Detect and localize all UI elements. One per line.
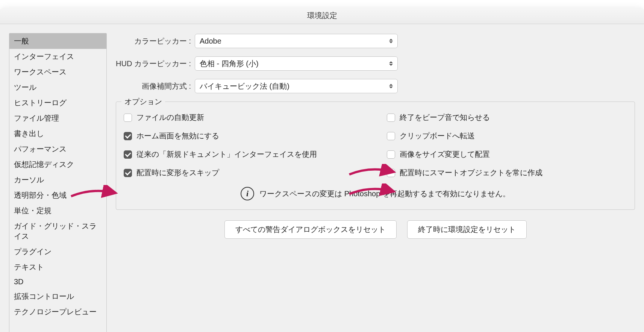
sidebar-item-scratch-disks[interactable]: 仮想記憶ディスク [9,157,106,172]
sidebar-item-guides-grid[interactable]: ガイド・グリッド・スライス [9,218,106,244]
hud-color-picker-row: HUD カラーピッカー : 色相 - 四角形 (小) [116,56,635,71]
sidebar-item-label: ツール [14,83,36,91]
hud-color-picker-label: HUD カラーピッカー : [116,59,195,69]
info-text: ワークスペースの変更は Photoshop を再起動するまで有効になりません。 [259,189,510,199]
checkbox-icon [124,132,132,140]
reset-prefs-on-quit-button[interactable]: 終了時に環境設定をリセット [407,220,527,239]
sidebar-item-export[interactable]: 書き出し [9,126,106,141]
checkbox-always-create-smart-object[interactable]: 配置時にスマートオブジェクトを常に作成 [387,168,627,178]
chevron-updown-icon [389,84,393,88]
checkbox-icon [387,132,395,140]
image-interpolation-label: 画像補間方式 : [116,81,195,91]
color-picker-row: カラーピッカー : Adobe [116,34,635,48]
select-value: Adobe [200,37,221,45]
sidebar-item-tools[interactable]: ツール [9,80,106,95]
sidebar-item-performance[interactable]: パフォーマンス [9,141,106,157]
chevron-updown-icon [389,39,393,43]
info-row: i ワークスペースの変更は Photoshop を再起動するまで有効になりません… [124,187,627,200]
sidebar-item-units-rulers[interactable]: 単位・定規 [9,203,106,218]
options-legend: オプション [121,97,165,107]
checkbox-label: 終了をビープ音で知らせる [400,112,490,123]
content-area: 一般 インターフェイス ワークスペース ツール ヒストリーログ ファイル管理 書… [0,24,644,332]
select-value: バイキュービック法 (自動) [200,81,289,91]
checkbox-resize-on-place[interactable]: 画像をサイズ変更して配置 [387,149,627,159]
options-fieldset: オプション ファイルの自動更新 ホーム画面を無効にする [116,102,635,210]
checkbox-icon [387,150,395,159]
image-interpolation-row: 画像補間方式 : バイキュービック法 (自動) [116,79,635,93]
sidebar-item-label: パフォーマンス [14,145,67,153]
select-value: 色相 - 四角形 (小) [200,59,259,69]
checkbox-disable-home-screen[interactable]: ホーム画面を無効にする [124,131,364,141]
window-title: 環境設定 [307,11,337,21]
sidebar-item-label: ヒストリーログ [14,99,67,107]
sidebar-item-tech-preview[interactable]: テクノロジープレビュー [9,304,106,320]
checkbox-icon [124,150,132,159]
chevron-updown-icon [389,61,393,66]
color-picker-label: カラーピッカー : [116,36,195,46]
checkbox-label: 配置時にスマートオブジェクトを常に作成 [400,168,542,178]
sidebar-item-label: 3D [14,277,24,286]
checkbox-export-clipboard[interactable]: クリップボードへ転送 [387,131,627,141]
sidebar-item-label: プラグイン [14,247,52,256]
buttons-row: すべての警告ダイアログボックスをリセット 終了時に環境設定をリセット [116,220,635,239]
sidebar-item-label: 単位・定規 [14,206,52,215]
checkbox-label: 従来の「新規ドキュメント」インターフェイスを使用 [136,149,317,159]
sidebar-item-label: 仮想記憶ディスク [14,160,74,168]
sidebar-item-history-log[interactable]: ヒストリーログ [9,95,106,111]
checkbox-label: 配置時に変形をスキップ [136,168,219,178]
sidebar-item-label: カーソル [14,176,44,184]
sidebar-item-enhanced-controls[interactable]: 拡張コントロール [9,289,106,304]
info-icon: i [241,187,254,200]
checkbox-icon [387,114,395,122]
checkbox-legacy-new-doc[interactable]: 従来の「新規ドキュメント」インターフェイスを使用 [124,149,364,159]
sidebar-item-label: ワークスペース [14,68,67,76]
sidebar-item-label: 一般 [14,37,29,45]
sidebar-item-label: 拡張コントロール [14,292,74,300]
sidebar-item-transparency[interactable]: 透明部分・色域 [9,188,106,203]
sidebar-item-plugins[interactable]: プラグイン [9,244,106,259]
preferences-window: 環境設定 一般 インターフェイス ワークスペース ツール ヒストリーログ ファイ… [0,8,644,332]
checkbox-label: ホーム画面を無効にする [136,131,219,141]
sidebar-item-label: インターフェイス [14,52,74,61]
sidebar-item-label: ガイド・グリッド・スライス [14,222,97,240]
sidebar-item-cursors[interactable]: カーソル [9,172,106,188]
checkbox-label: 画像をサイズ変更して配置 [400,149,490,159]
sidebar-item-type[interactable]: テキスト [9,259,106,275]
sidebar: 一般 インターフェイス ワークスペース ツール ヒストリーログ ファイル管理 書… [9,33,107,332]
main-panel: カラーピッカー : Adobe HUD カラーピッカー : 色相 - 四角形 (… [107,33,635,332]
sidebar-item-label: テクノロジープレビュー [14,308,97,316]
checkbox-auto-update-files[interactable]: ファイルの自動更新 [124,112,364,123]
checkbox-label: ファイルの自動更新 [136,112,204,123]
checkbox-icon [124,114,132,122]
hud-color-picker-select[interactable]: 色相 - 四角形 (小) [195,56,398,71]
sidebar-item-general[interactable]: 一般 [9,33,106,49]
sidebar-item-label: ファイル管理 [14,114,59,122]
button-label: すべての警告ダイアログボックスをリセット [235,225,386,233]
sidebar-item-label: 書き出し [14,129,44,138]
options-grid: ファイルの自動更新 ホーム画面を無効にする 従来の「新規ドキュメント」インターフ… [124,112,627,178]
button-label: 終了時に環境設定をリセット [418,225,516,233]
checkbox-label: クリップボードへ転送 [400,131,475,141]
reset-all-warnings-button[interactable]: すべての警告ダイアログボックスをリセット [224,220,397,239]
checkbox-icon [387,169,395,177]
sidebar-item-file-handling[interactable]: ファイル管理 [9,111,106,126]
titlebar: 環境設定 [0,8,644,24]
checkbox-beep-on-done[interactable]: 終了をビープ音で知らせる [387,112,627,123]
color-picker-select[interactable]: Adobe [195,34,398,48]
sidebar-item-label: 透明部分・色域 [14,191,67,199]
sidebar-item-interface[interactable]: インターフェイス [9,49,106,64]
checkbox-skip-transform-on-place[interactable]: 配置時に変形をスキップ [124,168,364,178]
image-interpolation-select[interactable]: バイキュービック法 (自動) [195,79,398,93]
checkbox-icon [124,169,132,177]
sidebar-item-3d[interactable]: 3D [9,275,106,289]
sidebar-item-label: テキスト [14,263,44,271]
sidebar-item-workspace[interactable]: ワークスペース [9,64,106,80]
